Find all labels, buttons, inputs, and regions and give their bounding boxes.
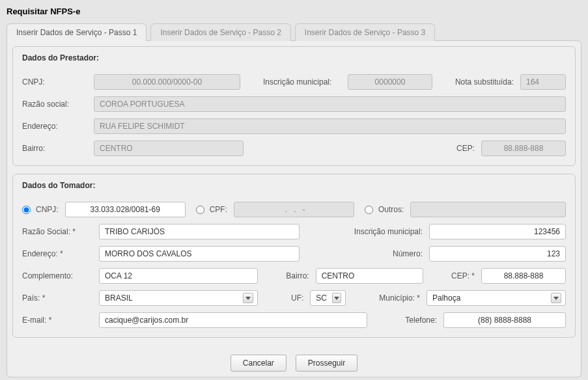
tomador-outros-input bbox=[410, 202, 566, 217]
chevron-down-icon bbox=[332, 293, 341, 303]
radio-outros-label: Outros: bbox=[378, 205, 404, 214]
cancel-button[interactable]: Cancelar bbox=[231, 355, 287, 372]
radio-cnpj-input[interactable] bbox=[22, 206, 31, 214]
radio-cnpj-label: CNPJ: bbox=[36, 205, 59, 214]
label-tomador-email: E-mail: * bbox=[22, 316, 92, 325]
tab-passo-3[interactable]: Inserir Dados de Serviço - Passo 3 bbox=[295, 23, 435, 41]
radio-outros[interactable]: Outros: bbox=[365, 205, 404, 214]
chevron-down-icon bbox=[551, 293, 561, 303]
tab-passo-2[interactable]: Inserir Dados de Serviço - Passo 2 bbox=[150, 23, 290, 41]
tomador-uf-select[interactable]: SC bbox=[310, 290, 346, 306]
label-prestador-insc: Inscrição municipal: bbox=[263, 77, 341, 87]
prestador-razao-input bbox=[94, 96, 566, 112]
actions-bar: Cancelar Prosseguir bbox=[12, 346, 576, 372]
label-prestador-cnpj: CNPJ: bbox=[22, 77, 87, 87]
legend-prestador: Dados do Prestador: bbox=[22, 53, 566, 68]
tomador-uf-value: SC bbox=[316, 293, 327, 303]
tomador-cpf-input bbox=[234, 202, 354, 217]
prestador-bairro-input bbox=[94, 141, 244, 156]
tomador-numero-input[interactable] bbox=[429, 246, 566, 262]
prestador-cep-input bbox=[481, 141, 566, 156]
tomador-pais-value: BRASIL bbox=[105, 293, 133, 303]
label-tomador-pais: País: * bbox=[22, 293, 92, 303]
label-tomador-municipio: Município: * bbox=[379, 293, 420, 303]
tomador-razao-input[interactable] bbox=[99, 224, 300, 239]
tomador-cep-input[interactable] bbox=[481, 268, 566, 284]
radio-outros-input[interactable] bbox=[365, 206, 373, 214]
tomador-cnpj-input[interactable] bbox=[65, 202, 186, 217]
radio-cpf[interactable]: CPF: bbox=[196, 205, 227, 214]
label-prestador-cep: CEP: bbox=[456, 144, 475, 153]
page-container: Requisitar NFPS-e Inserir Dados de Servi… bbox=[0, 0, 588, 380]
prestador-cnpj-input bbox=[94, 74, 240, 90]
tomador-endereco-input[interactable] bbox=[99, 246, 300, 262]
legend-tomador: Dados do Tomador: bbox=[22, 181, 566, 195]
tomador-email-input[interactable] bbox=[99, 312, 367, 328]
label-prestador-endereco: Endereço: bbox=[22, 122, 87, 131]
label-prestador-bairro: Bairro: bbox=[22, 144, 87, 153]
tomador-insc-input[interactable] bbox=[429, 224, 566, 239]
fieldset-tomador: Dados do Tomador: CNPJ: CPF: Outros: bbox=[12, 174, 576, 338]
radio-cpf-label: CPF: bbox=[210, 205, 227, 214]
label-tomador-uf: UF: bbox=[291, 293, 303, 303]
tomador-complemento-input[interactable] bbox=[99, 268, 258, 284]
label-tomador-bairro: Bairro: bbox=[286, 271, 309, 280]
tomador-municipio-value: Palhoça bbox=[432, 293, 460, 303]
label-tomador-razao: Razão Social: * bbox=[22, 227, 92, 236]
tomador-municipio-select[interactable]: Palhoça bbox=[427, 290, 566, 306]
tab-passo-1[interactable]: Inserir Dados de Serviço - Passo 1 bbox=[7, 23, 147, 41]
radio-cnpj[interactable]: CNPJ: bbox=[22, 205, 59, 214]
label-tomador-insc: Inscrição municipal: bbox=[354, 227, 423, 236]
label-prestador-nota: Nota substituída: bbox=[455, 77, 514, 87]
radio-cpf-input[interactable] bbox=[196, 206, 204, 214]
tomador-telefone-input[interactable] bbox=[443, 312, 566, 328]
tabs-bar: Inserir Dados de Serviço - Passo 1 Inser… bbox=[7, 23, 581, 40]
proceed-button[interactable]: Prosseguir bbox=[296, 355, 357, 372]
label-prestador-razao: Razão social: bbox=[22, 100, 87, 109]
prestador-nota-input bbox=[520, 74, 566, 90]
tomador-pais-select[interactable]: BRASIL bbox=[99, 290, 258, 306]
label-tomador-numero: Número: bbox=[393, 249, 423, 258]
chevron-down-icon bbox=[243, 293, 253, 303]
tab-panel-1: Dados do Prestador: CNPJ: Inscrição muni… bbox=[7, 40, 581, 377]
prestador-insc-input bbox=[348, 74, 432, 90]
label-tomador-telefone: Telefone: bbox=[405, 316, 437, 325]
fieldset-prestador: Dados do Prestador: CNPJ: Inscrição muni… bbox=[12, 46, 576, 166]
label-tomador-endereco: Endereço: * bbox=[22, 249, 92, 258]
label-tomador-cep: CEP: * bbox=[451, 271, 475, 280]
prestador-endereco-input bbox=[94, 118, 566, 134]
tomador-bairro-input[interactable] bbox=[316, 268, 423, 284]
label-tomador-complemento: Complemento: bbox=[22, 271, 92, 280]
page-title: Requisitar NFPS-e bbox=[7, 3, 581, 23]
